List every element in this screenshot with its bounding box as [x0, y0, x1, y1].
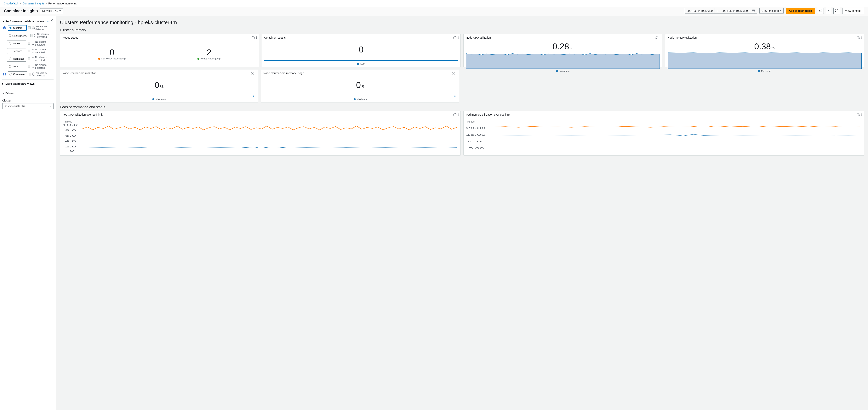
y-axis-label: Percent	[64, 121, 71, 123]
chevron-down-icon	[780, 10, 781, 12]
widget-neuron-util: Node NeuronCore utilization i 0% Maximum	[60, 70, 258, 102]
sidebar-item-clusters[interactable]: Clusters	[8, 25, 27, 31]
chevron-down-icon	[50, 106, 52, 107]
info-icon[interactable]: i	[451, 71, 456, 75]
view-in-maps-button[interactable]: View in maps	[842, 8, 864, 14]
sparkline	[62, 96, 256, 97]
crumb-cloudwatch[interactable]: CloudWatch	[4, 2, 19, 5]
alarm-status: i No alarms detected	[32, 48, 54, 54]
filters-header[interactable]: Filters	[2, 91, 54, 97]
views-header[interactable]: Performance dashboard views Info	[2, 19, 54, 25]
time-start[interactable]: 2024-06-14T00:00:00	[685, 8, 715, 13]
svg-point-5	[5, 73, 6, 74]
sidebar-item-pods[interactable]: Pods	[7, 64, 26, 69]
menu-icon[interactable]	[861, 113, 863, 116]
fullscreen-button[interactable]	[833, 8, 840, 14]
svg-text:20.00: 20.00	[466, 127, 486, 129]
refresh-button[interactable]	[817, 8, 824, 14]
service-select-label: Service: EKS	[42, 9, 58, 12]
service-select[interactable]: Service: EKS	[40, 8, 63, 13]
expand-icon	[2, 83, 4, 85]
svg-point-4	[3, 73, 4, 74]
time-range-picker[interactable]: 2024-06-14T00:00:00 › 2024-06-14T03:00:0…	[685, 8, 757, 14]
menu-icon[interactable]	[456, 72, 458, 74]
svg-text:6.0: 6.0	[65, 135, 76, 137]
svg-text:5.00: 5.00	[469, 147, 484, 149]
svg-text:2.0: 2.0	[65, 145, 76, 148]
time-end[interactable]: 2024-06-14T03:00:00	[720, 8, 750, 13]
page-header: Container Insights Service: EKS 2024-06-…	[0, 7, 868, 16]
svg-point-13	[454, 96, 456, 97]
alarm-indicator	[28, 27, 31, 29]
cluster-filter-label: Cluster	[2, 99, 54, 102]
page-title: Container Insights	[4, 9, 38, 13]
alarm-status: i No alarms detected	[32, 64, 54, 69]
sidebar-item-namespaces[interactable]: Namespaces	[7, 33, 29, 38]
alarm-indicator	[28, 57, 30, 60]
svg-text:15.00: 15.00	[466, 134, 486, 136]
info-icon[interactable]: i	[856, 36, 861, 39]
chevron-down-icon	[59, 10, 61, 12]
alarm-indicator	[29, 73, 31, 75]
alarm-indicator	[28, 42, 30, 44]
widget-pod-mem: Pod memory utilization over pod limit i …	[463, 111, 864, 156]
sidebar-item-containers[interactable]: Containers	[8, 71, 27, 77]
alarm-status: i No alarms detected	[32, 71, 54, 77]
widget-container-restarts: Container restarts i 0 Sum	[261, 34, 461, 67]
crumb-current: Performance monitoring	[48, 2, 77, 5]
menu-icon[interactable]	[457, 36, 459, 39]
sidebar-item-services[interactable]: Services	[7, 48, 26, 54]
content-area: Clusters Performance monitoring - hp-eks…	[56, 16, 868, 410]
info-icon[interactable]: i	[250, 71, 255, 75]
close-sidebar-button[interactable]: ✕	[50, 18, 53, 23]
svg-text:10.0: 10.0	[62, 124, 78, 126]
sidebar-row-nodes: Nodes i No alarms detected	[3, 40, 54, 46]
sidebar-row-workloads: Workloads i No alarms detected	[3, 56, 54, 62]
line-chart: 10.0 8.0 6.0 4.0 2.0 0	[62, 123, 458, 152]
info-link[interactable]: Info	[46, 20, 50, 23]
info-icon: i	[32, 57, 34, 60]
sidebar-item-workloads[interactable]: Workloads	[7, 56, 26, 62]
svg-text:8.0: 8.0	[65, 129, 76, 132]
menu-icon[interactable]	[255, 36, 257, 39]
menu-icon[interactable]	[659, 36, 661, 39]
sparkline	[264, 60, 458, 61]
svg-point-9	[456, 60, 457, 61]
alarm-indicator	[30, 34, 32, 37]
svg-text:0: 0	[70, 149, 74, 152]
timezone-select[interactable]: UTC timezone	[760, 8, 783, 14]
chevron-down-icon	[828, 10, 829, 12]
line-chart: 20.00 15.00 10.00 5.00	[466, 123, 862, 152]
sidebar-item-nodes[interactable]: Nodes	[7, 40, 26, 46]
info-icon[interactable]: i	[251, 36, 255, 39]
not-ready-value: 0	[110, 48, 114, 57]
svg-point-6	[3, 74, 4, 75]
info-icon[interactable]: i	[453, 36, 457, 39]
alarm-status: i No alarms detected	[32, 40, 54, 46]
alarm-status: i No alarms detected	[32, 25, 54, 31]
sidebar-row-clusters: Clusters i No alarms detected	[3, 25, 54, 31]
cluster-summary-header: Cluster summary	[60, 28, 864, 32]
refresh-options-button[interactable]	[826, 8, 831, 14]
container-restarts-value: 0	[359, 45, 364, 55]
cluster-select[interactable]: hp-eks-cluster-trn	[2, 103, 54, 109]
info-icon: i	[32, 65, 34, 68]
info-icon[interactable]: i	[856, 113, 861, 116]
ready-value: 2	[207, 48, 211, 57]
calendar-icon[interactable]	[750, 8, 757, 13]
info-icon[interactable]: i	[654, 36, 659, 39]
widget-node-cpu: Node CPU utilization i 0.28% Maximum	[463, 34, 662, 67]
menu-icon[interactable]	[255, 72, 257, 74]
y-axis-label: Percent	[467, 121, 475, 123]
crumb-container-insights[interactable]: Container Insights	[23, 2, 44, 5]
collapse-icon	[2, 93, 4, 95]
menu-icon[interactable]	[457, 113, 459, 116]
more-views-header[interactable]: More dashboard views	[2, 81, 54, 87]
sidebar-row-services: Services i No alarms detected	[3, 48, 54, 54]
svg-point-7	[5, 74, 6, 75]
menu-icon[interactable]	[861, 36, 863, 39]
info-icon[interactable]: i	[453, 113, 457, 116]
info-icon: i	[34, 34, 36, 37]
add-to-dashboard-button[interactable]: Add to dashboard	[786, 8, 815, 14]
info-icon: i	[32, 73, 35, 76]
